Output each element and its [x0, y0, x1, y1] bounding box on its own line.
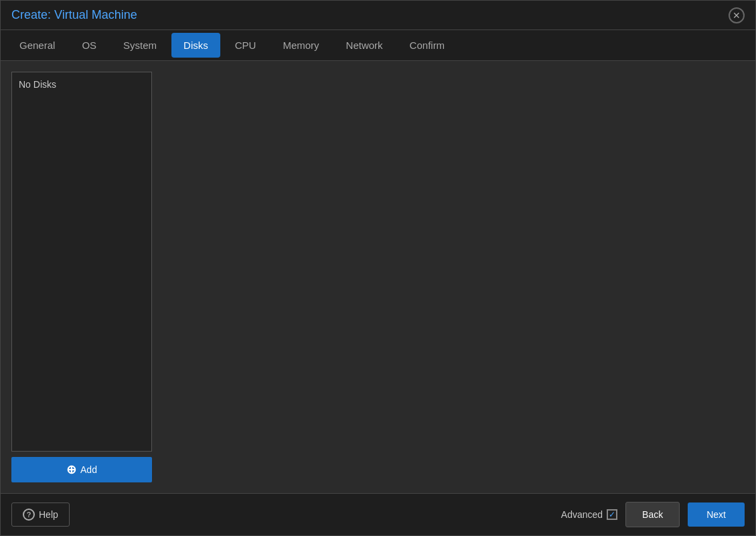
- modal-title: Create: Virtual Machine: [11, 8, 137, 22]
- content-area: No Disks ⊕ Add: [11, 72, 745, 482]
- tab-memory[interactable]: Memory: [271, 33, 331, 58]
- tab-system[interactable]: System: [111, 33, 169, 58]
- close-icon: ✕: [733, 10, 741, 21]
- close-button[interactable]: ✕: [729, 7, 745, 23]
- help-button[interactable]: ? Help: [11, 503, 70, 527]
- plus-icon: ⊕: [66, 464, 76, 476]
- advanced-checkbox[interactable]: [607, 509, 617, 520]
- help-label: Help: [39, 509, 58, 520]
- next-button[interactable]: Next: [688, 503, 745, 527]
- no-disks-label: No Disks: [19, 79, 56, 90]
- add-button-label: Add: [80, 464, 97, 475]
- help-icon: ?: [23, 509, 35, 521]
- tab-bar: General OS System Disks CPU Memory Netwo…: [1, 30, 755, 61]
- tab-network[interactable]: Network: [334, 33, 395, 58]
- footer-right: Advanced Back Next: [561, 502, 745, 527]
- main-content: No Disks ⊕ Add: [1, 61, 755, 493]
- modal-header: Create: Virtual Machine ✕: [1, 1, 755, 30]
- tab-cpu[interactable]: CPU: [223, 33, 269, 58]
- tab-general[interactable]: General: [7, 33, 67, 58]
- create-vm-modal: Create: Virtual Machine ✕ General OS Sys…: [0, 0, 756, 536]
- back-button[interactable]: Back: [625, 502, 680, 527]
- advanced-label[interactable]: Advanced: [561, 509, 617, 520]
- add-disk-button[interactable]: ⊕ Add: [11, 457, 152, 482]
- disk-panel: No Disks ⊕ Add: [11, 72, 152, 482]
- tab-disks[interactable]: Disks: [171, 33, 220, 58]
- tab-confirm[interactable]: Confirm: [398, 33, 457, 58]
- tab-os[interactable]: OS: [70, 33, 108, 58]
- modal-footer: ? Help Advanced Back Next: [1, 493, 755, 535]
- advanced-text: Advanced: [561, 509, 603, 520]
- disk-list: No Disks: [11, 72, 152, 452]
